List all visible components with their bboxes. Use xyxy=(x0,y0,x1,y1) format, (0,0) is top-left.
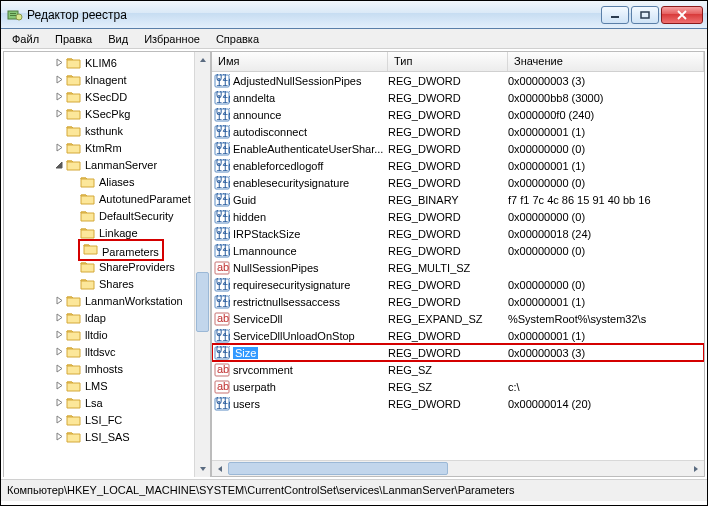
chevron-right-icon[interactable] xyxy=(54,295,65,306)
list-row[interactable]: 011110restrictnullsessaccessREG_DWORD0x0… xyxy=(212,293,704,310)
value-name: NullSessionPipes xyxy=(233,262,319,274)
list-row[interactable]: absrvcommentREG_SZ xyxy=(212,361,704,378)
value-name: Guid xyxy=(233,194,256,206)
minimize-button[interactable] xyxy=(601,6,629,24)
list-row[interactable]: 011110requiresecuritysignatureREG_DWORD0… xyxy=(212,276,704,293)
list-row[interactable]: abServiceDllREG_EXPAND_SZ%SystemRoot%\sy… xyxy=(212,310,704,327)
tree-item[interactable]: ksthunk xyxy=(4,122,210,139)
tree-item[interactable]: Lsa xyxy=(4,394,210,411)
svg-text:110: 110 xyxy=(216,331,230,343)
list-row[interactable]: abNullSessionPipesREG_MULTI_SZ xyxy=(212,259,704,276)
list-row[interactable]: 011110LmannounceREG_DWORD0x00000000 (0) xyxy=(212,242,704,259)
list-row[interactable]: 011110enableforcedlogoffREG_DWORD0x00000… xyxy=(212,157,704,174)
chevron-right-icon[interactable] xyxy=(54,414,65,425)
list-body[interactable]: 011110AdjustedNullSessionPipesREG_DWORD0… xyxy=(212,72,704,460)
column-data[interactable]: Значение xyxy=(508,52,704,71)
scroll-down-icon[interactable] xyxy=(195,461,210,477)
tree-item[interactable]: LanmanWorkstation xyxy=(4,292,210,309)
menu-favorites[interactable]: Избранное xyxy=(137,31,207,47)
value-data: 0x00000000 (0) xyxy=(508,279,704,291)
list-row[interactable]: 011110announceREG_DWORD0x000000f0 (240) xyxy=(212,106,704,123)
list-row[interactable]: 011110autodisconnectREG_DWORD0x00000001 … xyxy=(212,123,704,140)
list-row[interactable]: 011110hiddenREG_DWORD0x00000000 (0) xyxy=(212,208,704,225)
folder-icon xyxy=(66,90,82,104)
chevron-right-icon[interactable] xyxy=(54,380,65,391)
tree-item[interactable]: LMS xyxy=(4,377,210,394)
menu-file[interactable]: Файл xyxy=(5,31,46,47)
tree-item[interactable]: KSecDD xyxy=(4,88,210,105)
tree-item[interactable]: lmhosts xyxy=(4,360,210,377)
value-name: AdjustedNullSessionPipes xyxy=(233,75,361,87)
scroll-thumb[interactable] xyxy=(228,462,448,475)
list-row[interactable]: 011110EnableAuthenticateUserShar...REG_D… xyxy=(212,140,704,157)
tree-item[interactable]: KSecPkg xyxy=(4,105,210,122)
binary-value-icon: 011110 xyxy=(214,278,230,292)
chevron-right-icon[interactable] xyxy=(54,431,65,442)
list-row[interactable]: 011110GuidREG_BINARYf7 f1 7c 4c 86 15 91… xyxy=(212,191,704,208)
chevron-right-icon[interactable] xyxy=(54,312,65,323)
list-row[interactable]: 011110anndeltaREG_DWORD0x00000bb8 (3000) xyxy=(212,89,704,106)
chevron-right-icon[interactable] xyxy=(54,397,65,408)
tree-item-label: Aliases xyxy=(99,176,134,188)
tree-item[interactable]: LSI_FC xyxy=(4,411,210,428)
chevron-right-icon[interactable] xyxy=(54,329,65,340)
tree-item[interactable]: KtmRm xyxy=(4,139,210,156)
chevron-right-icon[interactable] xyxy=(54,346,65,357)
tree-vscrollbar[interactable] xyxy=(194,52,210,477)
scroll-right-icon[interactable] xyxy=(688,461,704,476)
scroll-up-icon[interactable] xyxy=(195,52,210,68)
close-button[interactable] xyxy=(661,6,703,24)
scroll-thumb[interactable] xyxy=(196,272,209,332)
chevron-right-icon[interactable] xyxy=(54,57,65,68)
tree-item[interactable]: klnagent xyxy=(4,71,210,88)
tree-item[interactable]: Aliases xyxy=(4,173,210,190)
tree-item[interactable]: LSI_SAS xyxy=(4,428,210,445)
tree-pane[interactable]: KLIM6klnagentKSecDDKSecPkgksthunkKtmRmLa… xyxy=(3,51,211,477)
list-row[interactable]: 011110AdjustedNullSessionPipesREG_DWORD0… xyxy=(212,72,704,89)
tree-item[interactable]: ShareProviders xyxy=(4,258,210,275)
menu-view[interactable]: Вид xyxy=(101,31,135,47)
chevron-right-icon[interactable] xyxy=(54,142,65,153)
value-type: REG_DWORD xyxy=(388,109,508,121)
folder-icon xyxy=(80,277,96,291)
maximize-button[interactable] xyxy=(631,6,659,24)
list-hscrollbar[interactable] xyxy=(212,460,704,476)
chevron-right-icon[interactable] xyxy=(54,108,65,119)
list-row[interactable]: 011110SizeREG_DWORD0x00000003 (3) xyxy=(212,344,704,361)
value-type: REG_EXPAND_SZ xyxy=(388,313,508,325)
binary-value-icon: 011110 xyxy=(214,142,230,156)
chevron-right-icon[interactable] xyxy=(54,74,65,85)
binary-value-icon: 011110 xyxy=(214,244,230,258)
list-row[interactable]: abuserpathREG_SZc:\ xyxy=(212,378,704,395)
scroll-left-icon[interactable] xyxy=(212,461,228,476)
list-row[interactable]: 011110IRPStackSizeREG_DWORD0x00000018 (2… xyxy=(212,225,704,242)
string-value-icon: ab xyxy=(214,312,230,326)
chevron-right-icon[interactable] xyxy=(54,91,65,102)
column-name[interactable]: Имя xyxy=(212,52,388,71)
chevron-down-icon[interactable] xyxy=(54,159,65,170)
menu-edit[interactable]: Правка xyxy=(48,31,99,47)
list-row[interactable]: 011110ServiceDllUnloadOnStopREG_DWORD0x0… xyxy=(212,327,704,344)
tree-item[interactable]: lltdsvc xyxy=(4,343,210,360)
column-type[interactable]: Тип xyxy=(388,52,508,71)
string-value-icon: ab xyxy=(214,380,230,394)
folder-icon xyxy=(66,294,82,308)
tree-item[interactable]: LanmanServer xyxy=(4,156,210,173)
folder-icon xyxy=(66,311,82,325)
value-name: autodisconnect xyxy=(233,126,307,138)
list-row[interactable]: 011110usersREG_DWORD0x00000014 (20) xyxy=(212,395,704,412)
tree-item[interactable]: DefaultSecurity xyxy=(4,207,210,224)
list-header[interactable]: Имя Тип Значение xyxy=(212,52,704,72)
folder-icon xyxy=(66,107,82,121)
tree-item[interactable]: Shares xyxy=(4,275,210,292)
tree-item[interactable]: Parameters xyxy=(4,241,210,258)
tree-item[interactable]: AutotunedParamet xyxy=(4,190,210,207)
folder-icon xyxy=(66,430,82,444)
tree-item[interactable]: KLIM6 xyxy=(4,54,210,71)
tree-item[interactable]: lltdio xyxy=(4,326,210,343)
tree-item[interactable]: ldap xyxy=(4,309,210,326)
chevron-right-icon[interactable] xyxy=(54,363,65,374)
menu-help[interactable]: Справка xyxy=(209,31,266,47)
list-row[interactable]: 011110enablesecuritysignatureREG_DWORD0x… xyxy=(212,174,704,191)
value-name: enablesecuritysignature xyxy=(233,177,349,189)
